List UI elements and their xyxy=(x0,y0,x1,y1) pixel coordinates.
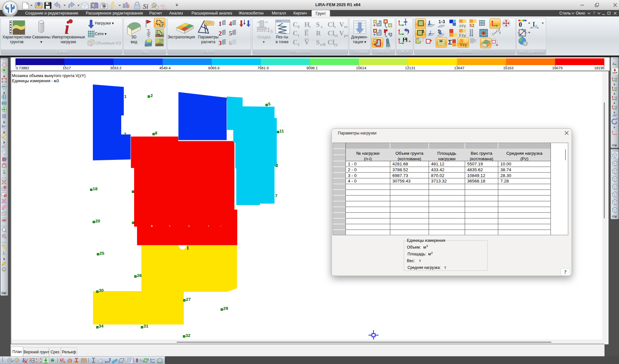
svg-text:т: т xyxy=(444,265,446,270)
svg-text:XY: XY xyxy=(614,87,618,90)
svg-text:Единицы измерения: Единицы измерения xyxy=(407,238,445,243)
svg-text:1.2: 1.2 xyxy=(25,358,28,360)
svg-text:1.2: 1.2 xyxy=(38,357,41,359)
svg-text:м: м xyxy=(423,245,426,250)
svg-text:3713.32: 3713.32 xyxy=(431,179,447,183)
svg-text:38.74: 38.74 xyxy=(500,167,511,172)
svg-text:433.42: 433.42 xyxy=(431,167,444,172)
svg-text:4281.68: 4281.68 xyxy=(392,162,408,166)
svg-text:YZ: YZ xyxy=(614,96,617,99)
svg-text:10849.12: 10849.12 xyxy=(467,173,485,178)
svg-text:Aa: Aa xyxy=(161,6,167,11)
svg-text:+: + xyxy=(64,360,65,364)
svg-text:6987.73: 6987.73 xyxy=(392,173,408,178)
svg-text:10.00: 10.00 xyxy=(500,162,511,166)
svg-text:Объем грунта: Объем грунта xyxy=(396,151,424,156)
svg-text:Объем:: Объем: xyxy=(407,245,421,250)
svg-text:7.28: 7.28 xyxy=(500,179,509,183)
svg-text:Вес:: Вес: xyxy=(407,259,415,263)
svg-text:(Pz): (Pz) xyxy=(520,156,528,161)
svg-text:3 - 0: 3 - 0 xyxy=(348,173,357,178)
svg-text:Площадь: Площадь xyxy=(437,151,457,156)
svg-text:Si: Si xyxy=(143,2,148,10)
svg-text:т: т xyxy=(419,259,421,263)
svg-text:5507.19: 5507.19 xyxy=(467,162,483,166)
svg-text:нагрузки: нагрузки xyxy=(438,156,456,161)
svg-text:YX: YX xyxy=(614,105,618,108)
svg-text:2 - 0: 2 - 0 xyxy=(348,167,357,172)
svg-text:Параметры нагрузки: Параметры нагрузки xyxy=(338,131,377,135)
svg-text:1 - 0: 1 - 0 xyxy=(348,162,357,166)
svg-text:Вес грунта: Вес грунта xyxy=(471,151,493,156)
svg-text:м: м xyxy=(428,252,431,256)
svg-text:2: 2 xyxy=(431,251,433,254)
svg-text:28.30: 28.30 xyxy=(500,173,511,178)
svg-text:(n-i): (n-i) xyxy=(364,156,372,161)
svg-text:EF: EF xyxy=(2,125,6,128)
svg-text:4835.62: 4835.62 xyxy=(467,167,483,172)
svg-text:Средняя нагрузка: Средняя нагрузка xyxy=(506,151,543,156)
svg-text:3788.52: 3788.52 xyxy=(392,167,408,172)
svg-text:(котлована): (котлована) xyxy=(470,156,493,161)
svg-text:№ нагрузки: № нагрузки xyxy=(356,151,379,156)
svg-text:36568.18: 36568.18 xyxy=(467,179,485,183)
svg-text:(котлована): (котлована) xyxy=(398,156,421,161)
svg-text:Средняя нагрузка:: Средняя нагрузка: xyxy=(408,265,441,270)
svg-text:1.2.1: 1.2.1 xyxy=(37,362,42,364)
svg-text:30759.43: 30759.43 xyxy=(392,179,410,183)
svg-text:?: ? xyxy=(564,269,567,275)
svg-text:XZ: XZ xyxy=(614,77,617,80)
svg-text:Площадь:: Площадь: xyxy=(408,252,426,256)
svg-text:481.12: 481.12 xyxy=(431,162,444,166)
svg-text:4 - 0: 4 - 0 xyxy=(348,179,357,183)
svg-text:3: 3 xyxy=(426,244,428,248)
svg-text:870.02: 870.02 xyxy=(431,173,444,178)
